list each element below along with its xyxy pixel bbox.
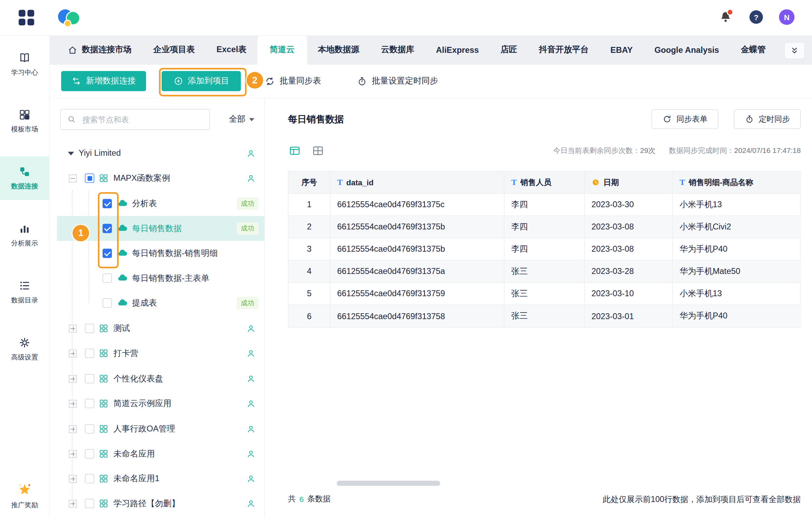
authorized-user-icon[interactable] [246,399,256,408]
checkbox-unchecked[interactable] [85,474,94,483]
status-badge: 成功 [237,297,259,309]
authorized-user-icon[interactable] [246,449,256,459]
authorized-user-icon[interactable] [246,374,256,383]
app-grid-icon [98,348,109,358]
tree-node-app[interactable]: 人事行政OA管理 [57,416,265,442]
tree-node-app[interactable]: 简道云示例应用 [57,391,265,416]
sidebar-item-data-connection[interactable]: 数据连接 [0,156,49,200]
new-data-connection-button[interactable]: 新增数据连接 [61,71,146,91]
sidebar-item-promotion-reward[interactable]: 推广奖励 [0,475,49,518]
page-title: 每日销售数据 [288,113,344,126]
tree-node-root[interactable]: Yiyi Limited [57,141,265,166]
sync-form-button[interactable]: 同步表单 [651,109,718,129]
tree-node-table-main-form[interactable]: 每日销售数据-主表单 [57,266,265,291]
tree-list: Yiyi Limited MAPX函数案例 分析表 成功 [57,97,265,518]
expand-toggle-icon[interactable] [69,500,76,507]
checkbox-unchecked[interactable] [85,349,94,358]
tree-node-app[interactable]: 个性化仪表盘 [57,366,265,391]
learning-center-icon [18,51,31,64]
date-type-icon [592,178,600,187]
stopwatch-icon [357,76,367,86]
tab-ebay[interactable]: EBAY [600,35,644,65]
sidebar-item-template-market[interactable]: 模板市场 [0,99,49,143]
tree-node-table-daily-sales[interactable]: 每日销售数据 成功 [57,216,265,241]
user-avatar[interactable]: N [779,9,795,25]
scheduled-sync-button[interactable]: 定时同步 [734,109,801,129]
tree-node-app[interactable]: 未命名应用1 [57,466,265,491]
sidebar-item-learning-center[interactable]: 学习中心 [0,42,49,86]
view-toggle-list[interactable] [288,144,301,157]
collapse-toggle-icon[interactable] [69,174,76,182]
checkbox-indeterminate[interactable] [85,173,94,183]
authorized-user-icon[interactable] [246,424,256,434]
tab-dianjiang[interactable]: 店匠 [490,35,528,65]
sidebar-item-data-catalog[interactable]: 数据目录 [0,270,49,314]
authorized-user-icon[interactable] [246,148,256,158]
app-launcher-icon[interactable] [19,10,34,25]
checkbox-checked[interactable] [103,199,112,208]
sidebar-item-advanced-settings[interactable]: 高级设置 [0,327,49,371]
expand-toggle-icon[interactable] [69,450,76,458]
add-to-project-button[interactable]: 添加到项目 [162,71,241,91]
authorized-user-icon[interactable] [246,499,256,508]
expand-toggle-icon[interactable] [69,324,76,332]
sidebar-item-analysis-display[interactable]: 分析展示 [0,213,49,257]
tree-node-app-mapx[interactable]: MAPX函数案例 [57,166,265,191]
checkbox-unchecked[interactable] [103,298,112,308]
horizontal-scrollbar-thumb[interactable] [337,481,440,486]
tab-enterprise-project-table[interactable]: 企业项目表 [143,35,206,65]
tree-node-app[interactable]: 打卡营 [57,341,265,366]
header-date: 日期 [585,171,673,194]
tab-cloud-database[interactable]: 云数据库 [370,35,425,65]
tab-douyin-open-platform[interactable]: 抖音开放平台 [528,35,600,65]
table-row: 5 66125554cae0d4769f313759 张三 2023-03-10… [289,283,800,305]
checkbox-unchecked[interactable] [85,399,94,408]
node-tree-panel: 全部 Yiyi Limited MAPX函数案例 [49,97,264,518]
row-count-value: 6 [299,495,303,503]
home-icon [67,45,78,55]
expand-toggle-icon[interactable] [69,375,76,382]
checkbox-checked[interactable] [103,224,112,233]
tab-jiandaoyun[interactable]: 简道云 [257,35,307,65]
authorized-user-icon[interactable] [246,348,256,358]
expand-toggle-icon[interactable] [69,349,76,357]
tree-node-app[interactable]: 未命名应用 [57,441,265,466]
expand-toggle-icon[interactable] [69,400,76,407]
checkbox-unchecked[interactable] [85,499,94,508]
authorized-user-icon[interactable] [246,324,256,333]
batch-sync-tables-button[interactable]: 批量同步表 [261,71,324,91]
list-view-icon [289,145,301,157]
top-bar: ? N [0,0,812,36]
checkbox-unchecked[interactable] [103,274,112,283]
header-data-id: Tdata_id [331,171,505,194]
tab-kingdee[interactable]: 金蝶管 [730,35,777,65]
checkbox-unchecked[interactable] [85,324,94,333]
tree-node-app[interactable]: 测试 [57,316,265,341]
tab-aliexpress[interactable]: AliExpress [425,35,490,65]
tab-google-analysis[interactable]: Google Analysis [643,35,730,65]
tree-node-app[interactable]: 学习路径【勿删】 [57,491,265,516]
checkbox-unchecked[interactable] [85,374,94,383]
authorized-user-icon[interactable] [246,173,256,183]
tree-node-table-commission[interactable]: 提成表 成功 [57,291,265,316]
cloud-table-icon [117,223,128,234]
tree-node-table-analysis[interactable]: 分析表 成功 [57,191,265,216]
annotation-step-2: 2 [246,72,263,89]
view-toggle-table[interactable] [311,144,325,157]
tab-data-connection-market[interactable]: 数据连接市场 [56,35,142,65]
tab-local-datasource[interactable]: 本地数据源 [307,35,370,65]
expand-toggle-icon[interactable] [69,425,76,433]
more-tabs-button[interactable] [784,42,805,59]
data-catalog-icon [18,279,31,292]
checkbox-unchecked[interactable] [85,449,94,459]
checkbox-checked[interactable] [103,249,112,258]
tree-node-table-sales-detail[interactable]: 每日销售数据-销售明细 [57,241,265,266]
chevron-double-down-icon [789,45,800,56]
checkbox-unchecked[interactable] [85,424,94,434]
cloud-table-icon [117,298,128,308]
authorized-user-icon[interactable] [246,474,256,484]
help-icon[interactable]: ? [749,10,763,24]
batch-schedule-sync-button[interactable]: 批量设置定时同步 [354,71,441,91]
expand-toggle-icon[interactable] [69,475,76,483]
tab-excel[interactable]: Excel表 [206,35,258,65]
